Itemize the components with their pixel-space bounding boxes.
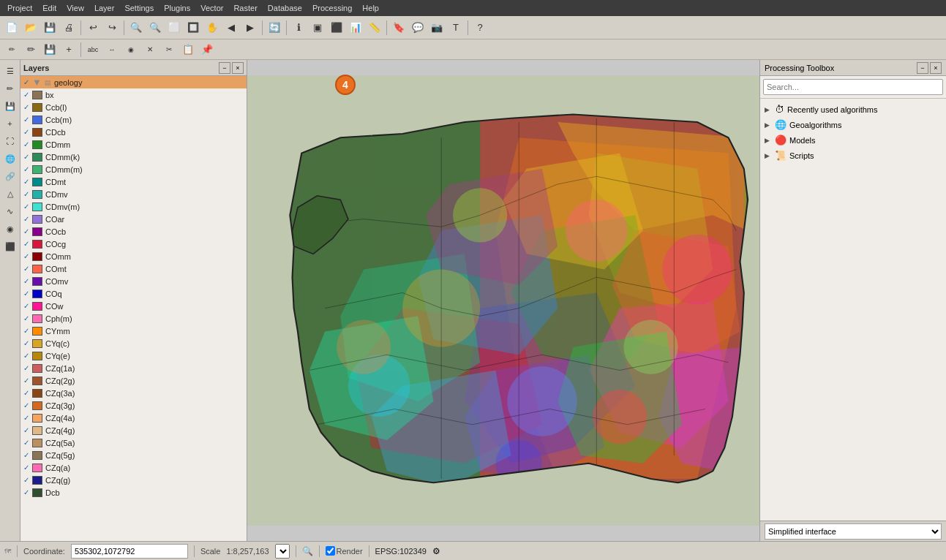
menu-layer[interactable]: Layer [90,2,119,14]
left-tool-2[interactable]: ✏ [2,80,18,97]
layer-item[interactable]: ✓ CDmm [20,138,247,151]
zoom-next-button[interactable]: ▶ [241,19,259,37]
layer-item[interactable]: ✓ COmm [20,250,247,262]
left-tool-1[interactable]: ☰ [2,63,18,79]
menu-processing[interactable]: Processing [308,2,356,14]
layer-item[interactable]: ✓ COcg [20,238,247,250]
epsg-settings-icon[interactable]: ⚙ [432,546,440,556]
paste-features-button[interactable]: 📌 [198,41,216,58]
layer-item[interactable]: ✓ CYmm [20,325,247,337]
help-button[interactable]: ? [471,19,489,37]
left-tool-6[interactable]: 🌐 [2,151,18,167]
left-tool-10[interactable]: ◉ [2,221,18,237]
layer-item[interactable]: ✓ CZq(2g) [20,374,247,387]
tree-item-recent[interactable]: ▶ ⏱ Recently used algorithms [763,102,943,117]
active-layer-row[interactable]: ✓ ▼ ▤ geology [20,76,247,88]
coordinate-input[interactable] [71,544,188,559]
layer-item[interactable]: ✓ COw [20,300,247,312]
left-tool-7[interactable]: 🔗 [2,168,18,184]
node-tool-button[interactable]: ◉ [122,41,140,58]
refresh-button[interactable]: 🔄 [266,19,283,37]
layer-item[interactable]: ✓ CDmv [20,188,247,200]
left-tool-5[interactable]: ⛶ [2,133,18,149]
move-feature-button[interactable]: ↔ [103,41,121,58]
layer-item[interactable]: ✓ Cph(m) [20,312,247,325]
new-project-button[interactable]: 📄 [3,19,20,37]
select-button[interactable]: ▣ [309,19,326,37]
zoom-layer-button[interactable]: 🔲 [184,19,202,37]
zoom-full-button[interactable]: ⬜ [165,19,183,37]
layer-item[interactable]: ✓ CZq(3a) [20,387,247,399]
save-edit-button[interactable]: 💾 [41,41,59,58]
bookmark-button[interactable]: 🔖 [390,19,408,37]
tree-item-models[interactable]: ▶ 🔴 Models [763,132,943,148]
menu-settings[interactable]: Settings [120,2,158,14]
layer-item[interactable]: ✓ Ccb(l) [20,101,247,113]
render-checkbox[interactable] [326,546,335,556]
layer-item[interactable]: ✓ Ccb(m) [20,113,247,126]
layer-item[interactable]: ✓ CZq(1a) [20,362,247,374]
map-canvas[interactable]: 4 [247,60,759,541]
processing-search-input[interactable] [763,79,943,95]
layer-item[interactable]: ✓ CYq(e) [20,349,247,362]
measure-button[interactable]: 📏 [366,19,383,37]
layer-item[interactable]: ✓ bx [20,88,247,101]
processing-close-button[interactable]: × [930,62,942,74]
layer-item[interactable]: ✓ CZq(a) [20,461,247,474]
menu-edit[interactable]: Edit [38,2,61,14]
layers-close-button[interactable]: × [232,62,244,74]
tree-item-geoalgorithms[interactable]: ▶ 🌐 Geoalgorithms [763,117,943,132]
deselect-button[interactable]: ⬛ [328,19,345,37]
copy-features-button[interactable]: 📋 [179,41,197,58]
left-tool-3[interactable]: 💾 [2,98,18,114]
left-tool-11[interactable]: ⬛ [2,238,18,254]
digitize-label-button[interactable]: abc [84,41,102,58]
layer-item[interactable]: ✓ COq [20,287,247,300]
pan-button[interactable]: ✋ [203,19,221,37]
layer-item[interactable]: ✓ CDmv(m) [20,200,247,213]
left-tool-9[interactable]: ∿ [2,203,18,219]
layer-item[interactable]: ✓ CDmm(m) [20,163,247,175]
add-feature-button[interactable]: + [60,41,78,58]
text-button[interactable]: T [447,19,465,37]
layer-item[interactable]: ✓ CZq(3g) [20,399,247,412]
menu-database[interactable]: Database [263,2,307,14]
tree-item-scripts[interactable]: ▶ 📜 Scripts [763,148,943,163]
scale-select[interactable]: ▼ [275,544,290,559]
toggle-edit-button[interactable]: ✏ [22,41,40,58]
delete-selected-button[interactable]: ✕ [141,41,159,58]
layer-item[interactable]: ✓ CYq(c) [20,337,247,349]
processing-minimize-button[interactable]: − [917,62,928,74]
layer-checkbox-check[interactable]: ✓ [23,78,29,86]
layer-item[interactable]: ✓ CZq(g) [20,474,247,486]
current-edit-button[interactable]: ✏ [3,41,20,58]
layer-item[interactable]: ✓ Dcb [20,486,247,499]
layer-item[interactable]: ✓ COcb [20,225,247,238]
save-project-button[interactable]: 💾 [41,19,59,37]
layer-item[interactable]: ✓ CZq(5a) [20,436,247,449]
menu-plugins[interactable]: Plugins [159,2,195,14]
layer-item[interactable]: ✓ CDcb [20,126,247,138]
open-project-button[interactable]: 📂 [22,19,40,37]
layer-item[interactable]: ✓ COmv [20,275,247,287]
layer-item[interactable]: ✓ CDmt [20,175,247,188]
menu-project[interactable]: Project [3,2,37,14]
open-table-button[interactable]: 📊 [347,19,364,37]
cut-features-button[interactable]: ✂ [160,41,178,58]
layer-item[interactable]: ✓ CDmm(k) [20,151,247,163]
zoom-last-button[interactable]: ◀ [222,19,240,37]
annotation-button[interactable]: 💬 [409,19,427,37]
layers-minimize-button[interactable]: − [219,62,230,74]
left-tool-4[interactable]: + [2,116,18,132]
menu-help[interactable]: Help [358,2,383,14]
save-as-button[interactable]: 🖨 [60,19,78,37]
zoom-out-button[interactable]: 🔍 [146,19,164,37]
menu-vector[interactable]: Vector [196,2,228,14]
layer-item[interactable]: ✓ COar [20,213,247,225]
interface-mode-select[interactable]: Simplified interface Advanced interface [765,523,942,540]
left-tool-8[interactable]: △ [2,186,18,202]
layer-item[interactable]: ✓ CZq(4a) [20,412,247,424]
redo-button[interactable]: ↪ [103,19,121,37]
menu-raster[interactable]: Raster [229,2,261,14]
layer-item[interactable]: ✓ CZq(5g) [20,449,247,461]
